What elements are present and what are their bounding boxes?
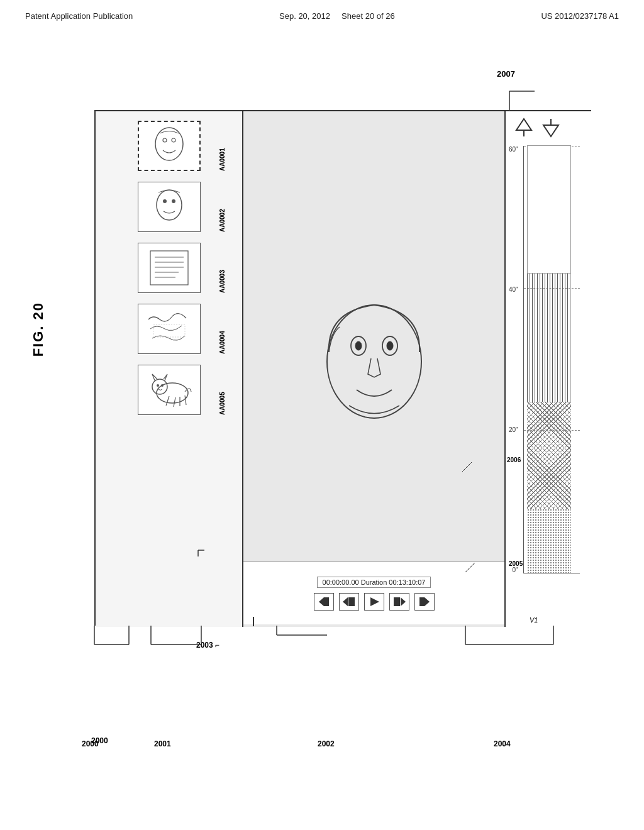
label-2006-text: 2006 [507,456,521,463]
panel-2001: AA0001 AA0002 [96,111,243,627]
thumb-aa0004-wrapper: AA0004 [138,304,201,354]
skip-back-btn[interactable] [314,593,334,611]
header-left: Patent Application Publication [25,11,133,21]
callout-2004-text: 2004 [494,739,511,748]
skip-back-icon [318,596,330,607]
callout-2002-text: 2002 [318,739,335,748]
svg-point-0 [155,128,183,160]
ruler-20: 20" [509,426,518,433]
callout-2007-text: 2007 [497,69,515,79]
next-frame-icon [393,596,406,607]
svg-rect-29 [348,597,355,606]
label-aa0004: AA0004 [219,304,226,354]
callout-2003-text: 2003 [196,641,213,650]
ruler-60: 60" [509,146,518,153]
thumb-aa0005-wrapper: AA0005 [138,365,201,415]
header-right: US 2012/0237178 A1 [541,11,619,21]
svg-line-17 [166,396,169,406]
thumb-aa0001[interactable] [138,121,201,171]
ruler: 60" 40" 20" 0" [509,146,518,573]
thumb-aa0004-img [141,307,197,351]
callout-2001: 2001 [154,739,171,748]
figure-label: FIG. 20 [30,302,47,357]
thumb-aa0001-wrapper: AA0001 [138,121,201,171]
box-2000: AA0001 AA0002 [94,110,591,626]
label-aa0001: AA0001 [219,121,226,171]
panel-2004: 60" 40" 20" 0" [504,111,592,627]
svg-point-15 [157,384,159,387]
svg-rect-34 [419,597,425,606]
svg-point-21 [327,305,421,418]
callout-2002: 2002 [318,739,335,748]
callout-2007: 2007 [497,69,515,79]
next-frame-btn[interactable] [389,593,409,611]
label-v1: V1 [530,616,538,624]
patent-number: US 2012/0237178 A1 [541,11,619,21]
bracket-2002 [253,617,254,626]
svg-point-1 [163,138,167,142]
label-aa0002: AA0002 [219,182,226,232]
v1-text: V1 [530,616,538,624]
header-center: Sep. 20, 2012 Sheet 20 of 26 [279,11,395,21]
callout-2001-text: 2001 [154,739,171,748]
play-icon [368,596,380,607]
label-2005-text: 2005 [509,560,523,567]
arrow-down-icon [542,118,560,138]
page-header: Patent Application Publication Sep. 20, … [0,0,644,21]
bar-segment-empty [527,145,571,274]
play-btn[interactable] [364,593,384,611]
time-text: 00:00:00.00 Duration 00:13:10:07 [323,578,426,586]
preview-face-svg [305,286,443,450]
svg-marker-28 [343,597,348,606]
bar-chart [523,146,580,573]
svg-line-18 [174,397,175,407]
thumb-aa0004[interactable] [138,304,201,354]
label-aa0005: AA0005 [219,365,226,415]
bar-segment-2006 [527,402,571,509]
bar-segment-lines [527,274,571,402]
nav-arrows-2007 [515,118,560,140]
arrow-up-icon [515,118,533,138]
thumb-aa0005-img [141,368,197,412]
publication-date: Sep. 20, 2012 [279,11,330,21]
skip-forward-btn[interactable] [414,593,435,611]
thumb-aa0001-img [141,124,197,168]
thumb-aa0003-img [141,246,197,290]
arrow-up-btn[interactable] [515,118,533,140]
prev-frame-btn[interactable] [339,593,359,611]
svg-marker-31 [401,597,406,606]
svg-marker-30 [370,597,379,606]
svg-rect-32 [394,597,400,606]
diagram-container: 2000 [57,97,604,726]
ruler-0: 0" [513,567,518,573]
thumb-aa0003[interactable] [138,243,201,293]
prev-frame-icon [343,596,355,607]
svg-marker-26 [319,597,324,606]
thumb-aa0002[interactable] [138,182,201,232]
label-aa0003: AA0003 [219,243,226,293]
callout-2004: 2004 [494,739,511,748]
thumb-aa0002-wrapper: AA0002 [138,182,201,232]
callout-2003: 2003 ⌐ [196,641,219,650]
thumb-aa0003-wrapper: AA0003 [138,243,201,293]
arrow-down-btn[interactable] [542,118,560,140]
svg-marker-37 [543,125,558,136]
thumb-aa0002-img [141,185,197,229]
callout-2000-text: 2000 [82,739,99,748]
svg-point-24 [355,341,362,350]
figure-label-text: FIG. 20 [30,302,46,357]
svg-point-16 [161,384,164,387]
svg-point-5 [172,199,175,203]
label-2005: 2005 [509,560,523,567]
time-display: 00:00:00.00 Duration 00:13:10:07 [317,577,431,588]
publication-label: Patent Application Publication [25,11,133,21]
skip-forward-icon [418,596,431,607]
svg-rect-6 [150,251,188,285]
bar-segment-2005 [527,509,571,573]
svg-marker-35 [516,119,531,130]
svg-point-2 [172,138,175,142]
svg-point-3 [157,190,182,220]
ruler-40: 40" [509,286,518,293]
callout-2000: 2000 [82,739,99,748]
thumb-aa0005[interactable] [138,365,201,415]
